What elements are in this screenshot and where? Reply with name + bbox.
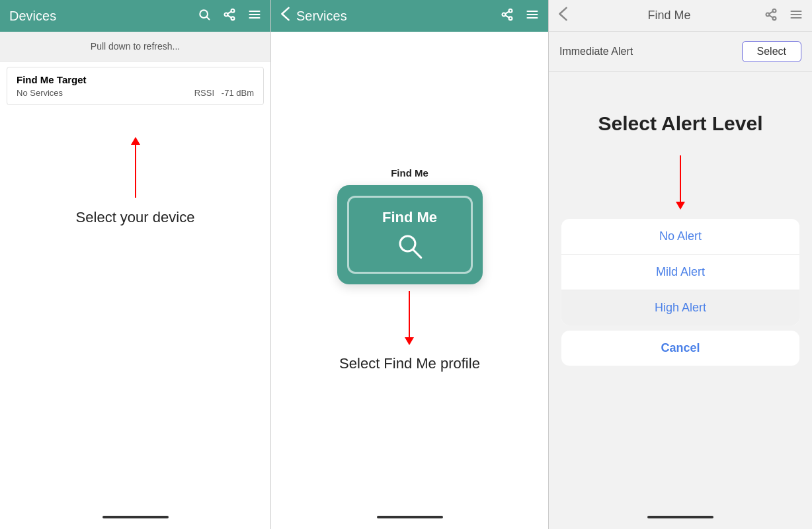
svg-line-23 [769,15,773,17]
services-top-bar: Services [271,0,548,32]
svg-line-6 [227,11,231,13]
svg-line-5 [227,15,231,17]
menu-icon-2[interactable] [526,8,539,24]
find-me-top-bar: Find Me [549,0,812,32]
services-panel: Services Find Me Find Me [271,0,549,529]
services-title: Services [296,9,501,24]
share-icon-3[interactable] [764,8,778,24]
immediate-alert-label: Immediate Alert [559,46,633,58]
find-me-title: Find Me [574,9,764,22]
select-find-me-annotation: Select Find Me profile [339,291,480,374]
arrow-down-indicator [676,155,685,210]
services-content: Find Me Find Me Select Find Me profile [271,32,548,509]
no-alert-option[interactable]: No Alert [561,219,799,255]
rssi-label: RSSI [194,88,214,98]
arrow-head [131,137,140,145]
svg-line-1 [207,17,210,19]
devices-panel: Devices Pull down to refresh... [0,0,271,529]
home-indicator-1 [0,509,270,529]
menu-icon[interactable] [248,8,261,24]
devices-toolbar [198,8,261,24]
svg-line-13 [505,15,509,17]
share-icon-2[interactable] [501,8,514,24]
arrow-head-down [676,202,685,210]
device-name: Find Me Target [17,74,254,85]
select-button[interactable]: Select [742,41,801,62]
home-bar-1 [102,516,169,518]
svg-line-14 [505,11,509,13]
find-me-service-label: Find Me [391,167,428,179]
search-icon[interactable] [198,8,211,24]
arrow-line-2 [409,291,410,337]
arrow-head-down-2 [405,337,414,345]
device-card[interactable]: Find Me Target No Services RSSI -71 dBm [7,67,264,105]
devices-title: Devices [9,9,198,24]
home-bar-3 [647,516,713,518]
find-me-toolbar [764,8,803,24]
immediate-alert-bar: Immediate Alert Select [549,32,812,72]
pull-to-refresh[interactable]: Pull down to refresh... [0,32,270,61]
cancel-button[interactable]: Cancel [561,331,799,366]
device-meta: No Services RSSI -71 dBm [17,88,254,98]
back-icon-3[interactable] [558,7,567,25]
find-me-card-title: Find Me [382,209,437,226]
select-device-text: Select your device [76,208,195,227]
home-indicator-2 [271,509,548,529]
arrow-up-2 [405,291,414,345]
back-icon[interactable] [280,7,290,25]
select-find-me-text: Select Find Me profile [339,354,480,374]
home-bar-2 [377,516,443,518]
find-me-card-inner: Find Me [347,196,473,274]
arrow-line-down [680,155,681,202]
find-me-card[interactable]: Find Me [337,185,483,284]
devices-top-bar: Devices [0,0,270,32]
find-me-panel: Find Me Immediate Alert Select Select Al… [549,0,812,529]
svg-line-24 [769,11,773,13]
mild-alert-option[interactable]: Mild Alert [561,255,799,290]
high-alert-option[interactable]: High Alert [561,290,799,325]
cancel-section: Cancel [561,331,799,366]
arrow-up-indicator [131,137,140,198]
svg-line-19 [413,249,421,257]
arrow-line [135,145,136,198]
home-indicator-3 [549,509,812,529]
rssi-value: -71 dBm [222,88,254,98]
search-icon-large [395,231,425,261]
share-icon[interactable] [223,8,236,24]
menu-icon-3[interactable] [790,8,803,24]
no-services-label: No Services [17,88,63,98]
select-alert-title: Select Alert Level [598,112,762,136]
select-alert-area: Select Alert Level No Alert Mild Alert H… [549,72,812,509]
services-toolbar [501,8,539,24]
select-device-annotation: Select your device [0,110,270,509]
alert-options-list: No Alert Mild Alert High Alert [561,219,799,325]
rssi-info: RSSI -71 dBm [194,88,254,98]
